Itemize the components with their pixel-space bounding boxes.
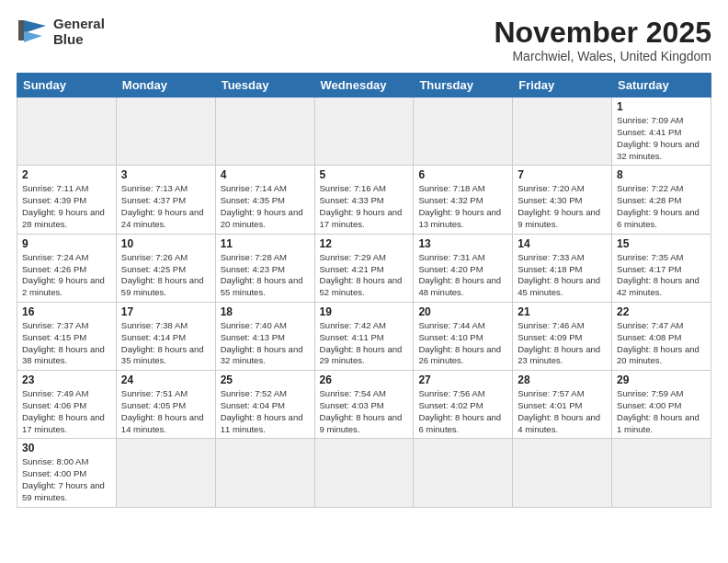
week-row-4: 16Sunrise: 7:37 AM Sunset: 4:15 PM Dayli… [17, 302, 711, 370]
svg-rect-0 [18, 20, 24, 40]
day-info: Sunrise: 7:22 AM Sunset: 4:28 PM Dayligh… [617, 183, 706, 230]
day-number: 9 [22, 237, 111, 250]
day-cell: 27Sunrise: 7:56 AM Sunset: 4:02 PM Dayli… [414, 371, 513, 439]
calendar-table: Sunday Monday Tuesday Wednesday Thursday… [17, 73, 711, 508]
day-cell: 9Sunrise: 7:24 AM Sunset: 4:26 PM Daylig… [17, 234, 117, 302]
col-thursday: Thursday [414, 74, 513, 98]
day-cell: 30Sunrise: 8:00 AM Sunset: 4:00 PM Dayli… [17, 439, 117, 507]
day-cell: 11Sunrise: 7:28 AM Sunset: 4:23 PM Dayli… [215, 234, 314, 302]
day-cell [116, 98, 215, 166]
day-info: Sunrise: 8:00 AM Sunset: 4:00 PM Dayligh… [22, 456, 111, 503]
page: General Blue November 2025 Marchwiel, Wa… [0, 0, 728, 563]
day-info: Sunrise: 7:28 AM Sunset: 4:23 PM Dayligh… [221, 252, 310, 299]
day-cell: 18Sunrise: 7:40 AM Sunset: 4:13 PM Dayli… [215, 302, 314, 370]
week-row-2: 2Sunrise: 7:11 AM Sunset: 4:39 PM Daylig… [17, 166, 711, 234]
day-cell: 16Sunrise: 7:37 AM Sunset: 4:15 PM Dayli… [17, 302, 117, 370]
day-number: 27 [418, 373, 507, 386]
logo-line1: General [53, 16, 105, 31]
day-number: 30 [22, 442, 111, 454]
week-row-6: 30Sunrise: 8:00 AM Sunset: 4:00 PM Dayli… [17, 439, 711, 507]
day-info: Sunrise: 7:59 AM Sunset: 4:00 PM Dayligh… [617, 388, 706, 435]
day-info: Sunrise: 7:44 AM Sunset: 4:10 PM Dayligh… [418, 320, 507, 367]
day-number: 20 [418, 305, 507, 318]
day-cell [215, 439, 314, 507]
day-number: 6 [418, 168, 507, 181]
day-number: 25 [221, 373, 310, 386]
day-cell: 5Sunrise: 7:16 AM Sunset: 4:33 PM Daylig… [314, 166, 414, 234]
day-number: 19 [320, 305, 409, 318]
day-cell: 12Sunrise: 7:29 AM Sunset: 4:21 PM Dayli… [314, 234, 414, 302]
day-number: 17 [121, 305, 210, 318]
day-number: 24 [121, 373, 210, 386]
day-cell: 14Sunrise: 7:33 AM Sunset: 4:18 PM Dayli… [513, 234, 612, 302]
day-number: 1 [617, 100, 706, 113]
day-cell: 20Sunrise: 7:44 AM Sunset: 4:10 PM Dayli… [414, 302, 513, 370]
logo-line2: Blue [53, 31, 84, 47]
day-cell [215, 98, 314, 166]
day-info: Sunrise: 7:29 AM Sunset: 4:21 PM Dayligh… [320, 252, 409, 299]
day-number: 13 [418, 237, 507, 250]
day-cell: 2Sunrise: 7:11 AM Sunset: 4:39 PM Daylig… [17, 166, 117, 234]
day-info: Sunrise: 7:09 AM Sunset: 4:41 PM Dayligh… [617, 115, 706, 162]
day-cell: 6Sunrise: 7:18 AM Sunset: 4:32 PM Daylig… [414, 166, 513, 234]
day-cell: 24Sunrise: 7:51 AM Sunset: 4:05 PM Dayli… [116, 371, 215, 439]
day-info: Sunrise: 7:47 AM Sunset: 4:08 PM Dayligh… [617, 320, 706, 367]
location-subtitle: Marchwiel, Wales, United Kingdom [494, 49, 711, 63]
day-cell: 25Sunrise: 7:52 AM Sunset: 4:04 PM Dayli… [215, 371, 314, 439]
day-cell: 8Sunrise: 7:22 AM Sunset: 4:28 PM Daylig… [612, 166, 711, 234]
col-wednesday: Wednesday [314, 74, 414, 98]
day-info: Sunrise: 7:33 AM Sunset: 4:18 PM Dayligh… [518, 252, 607, 299]
logo: General Blue [17, 17, 105, 47]
day-info: Sunrise: 7:38 AM Sunset: 4:14 PM Dayligh… [121, 320, 210, 367]
day-cell: 26Sunrise: 7:54 AM Sunset: 4:03 PM Dayli… [314, 371, 414, 439]
day-info: Sunrise: 7:52 AM Sunset: 4:04 PM Dayligh… [221, 388, 310, 435]
day-cell [314, 98, 414, 166]
day-number: 5 [320, 168, 409, 181]
day-cell: 23Sunrise: 7:49 AM Sunset: 4:06 PM Dayli… [17, 371, 117, 439]
day-number: 22 [617, 305, 706, 318]
day-number: 15 [617, 237, 706, 250]
day-number: 18 [221, 305, 310, 318]
week-row-1: 1Sunrise: 7:09 AM Sunset: 4:41 PM Daylig… [17, 98, 711, 166]
day-info: Sunrise: 7:46 AM Sunset: 4:09 PM Dayligh… [518, 320, 607, 367]
day-number: 16 [22, 305, 111, 318]
logo-text: General Blue [53, 17, 105, 47]
day-number: 29 [617, 373, 706, 386]
day-info: Sunrise: 7:31 AM Sunset: 4:20 PM Dayligh… [418, 252, 507, 299]
day-cell: 22Sunrise: 7:47 AM Sunset: 4:08 PM Dayli… [612, 302, 711, 370]
day-number: 23 [22, 373, 111, 386]
day-number: 21 [518, 305, 607, 318]
day-info: Sunrise: 7:13 AM Sunset: 4:37 PM Dayligh… [121, 183, 210, 230]
day-cell: 29Sunrise: 7:59 AM Sunset: 4:00 PM Dayli… [612, 371, 711, 439]
day-cell: 1Sunrise: 7:09 AM Sunset: 4:41 PM Daylig… [612, 98, 711, 166]
day-info: Sunrise: 7:35 AM Sunset: 4:17 PM Dayligh… [617, 252, 706, 299]
day-number: 8 [617, 168, 706, 181]
day-number: 11 [221, 237, 310, 250]
week-row-5: 23Sunrise: 7:49 AM Sunset: 4:06 PM Dayli… [17, 371, 711, 439]
week-row-3: 9Sunrise: 7:24 AM Sunset: 4:26 PM Daylig… [17, 234, 711, 302]
day-cell: 28Sunrise: 7:57 AM Sunset: 4:01 PM Dayli… [513, 371, 612, 439]
day-info: Sunrise: 7:11 AM Sunset: 4:39 PM Dayligh… [22, 183, 111, 230]
day-number: 12 [320, 237, 409, 250]
col-sunday: Sunday [17, 74, 117, 98]
day-info: Sunrise: 7:51 AM Sunset: 4:05 PM Dayligh… [121, 388, 210, 435]
day-cell [513, 98, 612, 166]
day-info: Sunrise: 7:14 AM Sunset: 4:35 PM Dayligh… [221, 183, 310, 230]
title-block: November 2025 Marchwiel, Wales, United K… [494, 17, 711, 63]
day-cell: 4Sunrise: 7:14 AM Sunset: 4:35 PM Daylig… [215, 166, 314, 234]
col-tuesday: Tuesday [215, 74, 314, 98]
day-cell [414, 98, 513, 166]
day-cell: 7Sunrise: 7:20 AM Sunset: 4:30 PM Daylig… [513, 166, 612, 234]
day-cell: 3Sunrise: 7:13 AM Sunset: 4:37 PM Daylig… [116, 166, 215, 234]
col-monday: Monday [116, 74, 215, 98]
day-number: 4 [221, 168, 310, 181]
svg-marker-1 [24, 20, 46, 33]
general-blue-icon [17, 18, 50, 46]
day-cell: 21Sunrise: 7:46 AM Sunset: 4:09 PM Dayli… [513, 302, 612, 370]
day-cell [414, 439, 513, 507]
day-info: Sunrise: 7:57 AM Sunset: 4:01 PM Dayligh… [518, 388, 607, 435]
day-info: Sunrise: 7:40 AM Sunset: 4:13 PM Dayligh… [221, 320, 310, 367]
day-info: Sunrise: 7:54 AM Sunset: 4:03 PM Dayligh… [320, 388, 409, 435]
day-number: 14 [518, 237, 607, 250]
day-cell: 13Sunrise: 7:31 AM Sunset: 4:20 PM Dayli… [414, 234, 513, 302]
